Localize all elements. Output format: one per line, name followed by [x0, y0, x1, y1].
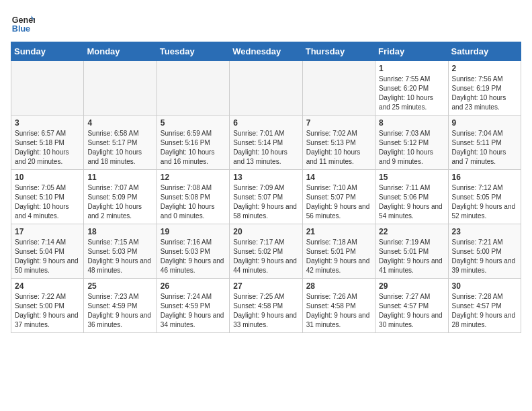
- calendar-day-cell: 23Sunrise: 7:21 AM Sunset: 5:00 PM Dayli…: [448, 224, 521, 279]
- day-info: Sunrise: 7:56 AM Sunset: 6:19 PM Dayligh…: [452, 75, 517, 112]
- day-number: 6: [233, 118, 298, 128]
- calendar-day-cell: 28Sunrise: 7:26 AM Sunset: 4:58 PM Dayli…: [302, 279, 375, 333]
- calendar-day-cell: 18Sunrise: 7:15 AM Sunset: 5:03 PM Dayli…: [84, 224, 157, 279]
- day-info: Sunrise: 7:02 AM Sunset: 5:13 PM Dayligh…: [306, 129, 371, 167]
- day-info: Sunrise: 6:57 AM Sunset: 5:18 PM Dayligh…: [15, 129, 80, 167]
- calendar-day-cell: 12Sunrise: 7:08 AM Sunset: 5:08 PM Dayli…: [157, 170, 229, 224]
- calendar-day-cell: 22Sunrise: 7:19 AM Sunset: 5:01 PM Dayli…: [375, 224, 448, 279]
- calendar-day-cell: 5Sunrise: 6:59 AM Sunset: 5:16 PM Daylig…: [157, 116, 229, 170]
- day-number: 21: [306, 227, 371, 236]
- day-number: 1: [379, 64, 444, 73]
- calendar-day-cell: [230, 61, 302, 116]
- day-number: 11: [87, 173, 152, 182]
- day-number: 22: [379, 227, 444, 236]
- logo-icon: General Blue: [11, 11, 35, 35]
- calendar-day-cell: 1Sunrise: 7:55 AM Sunset: 6:20 PM Daylig…: [375, 61, 448, 116]
- calendar-week-row: 24Sunrise: 7:22 AM Sunset: 5:00 PM Dayli…: [11, 279, 521, 333]
- day-info: Sunrise: 7:19 AM Sunset: 5:01 PM Dayligh…: [379, 238, 444, 275]
- day-info: Sunrise: 7:27 AM Sunset: 4:57 PM Dayligh…: [379, 292, 444, 330]
- day-number: 18: [87, 227, 152, 236]
- calendar-table: SundayMondayTuesdayWednesdayThursdayFrid…: [11, 42, 521, 333]
- weekday-header: Thursday: [302, 42, 375, 61]
- weekday-header: Sunday: [11, 42, 84, 61]
- svg-text:Blue: Blue: [12, 24, 30, 34]
- calendar-day-cell: 2Sunrise: 7:56 AM Sunset: 6:19 PM Daylig…: [448, 61, 521, 116]
- day-number: 19: [161, 227, 226, 236]
- calendar-week-row: 10Sunrise: 7:05 AM Sunset: 5:10 PM Dayli…: [11, 170, 521, 224]
- day-info: Sunrise: 7:25 AM Sunset: 4:58 PM Dayligh…: [233, 292, 298, 330]
- day-info: Sunrise: 7:17 AM Sunset: 5:02 PM Dayligh…: [233, 238, 298, 275]
- calendar-week-row: 3Sunrise: 6:57 AM Sunset: 5:18 PM Daylig…: [11, 116, 521, 170]
- day-number: 12: [161, 173, 226, 182]
- weekday-header: Friday: [375, 42, 448, 61]
- day-info: Sunrise: 7:23 AM Sunset: 4:59 PM Dayligh…: [87, 292, 152, 330]
- day-info: Sunrise: 6:58 AM Sunset: 5:17 PM Dayligh…: [87, 129, 152, 167]
- day-number: 4: [87, 118, 152, 128]
- calendar-day-cell: 19Sunrise: 7:16 AM Sunset: 5:03 PM Dayli…: [157, 224, 229, 279]
- calendar-day-cell: [302, 61, 375, 116]
- calendar-day-cell: 30Sunrise: 7:28 AM Sunset: 4:57 PM Dayli…: [448, 279, 521, 333]
- day-info: Sunrise: 7:07 AM Sunset: 5:09 PM Dayligh…: [87, 183, 152, 221]
- day-number: 26: [161, 281, 226, 291]
- calendar-day-cell: 14Sunrise: 7:10 AM Sunset: 5:07 PM Dayli…: [302, 170, 375, 224]
- calendar-day-cell: 10Sunrise: 7:05 AM Sunset: 5:10 PM Dayli…: [11, 170, 84, 224]
- calendar-day-cell: 4Sunrise: 6:58 AM Sunset: 5:17 PM Daylig…: [84, 116, 157, 170]
- page-header: General Blue: [11, 11, 521, 35]
- day-info: Sunrise: 7:01 AM Sunset: 5:14 PM Dayligh…: [233, 129, 298, 167]
- day-info: Sunrise: 7:08 AM Sunset: 5:08 PM Dayligh…: [161, 183, 226, 221]
- day-number: 28: [306, 281, 371, 291]
- calendar-day-cell: 27Sunrise: 7:25 AM Sunset: 4:58 PM Dayli…: [230, 279, 302, 333]
- day-info: Sunrise: 7:10 AM Sunset: 5:07 PM Dayligh…: [306, 183, 371, 221]
- day-number: 5: [161, 118, 226, 128]
- calendar-header-row: SundayMondayTuesdayWednesdayThursdayFrid…: [11, 42, 521, 61]
- weekday-header: Tuesday: [157, 42, 229, 61]
- calendar-day-cell: [157, 61, 229, 116]
- calendar-day-cell: 6Sunrise: 7:01 AM Sunset: 5:14 PM Daylig…: [230, 116, 302, 170]
- day-number: 25: [87, 281, 152, 291]
- calendar-day-cell: 29Sunrise: 7:27 AM Sunset: 4:57 PM Dayli…: [375, 279, 448, 333]
- calendar-day-cell: 16Sunrise: 7:12 AM Sunset: 5:05 PM Dayli…: [448, 170, 521, 224]
- day-number: 10: [15, 173, 80, 182]
- day-info: Sunrise: 7:04 AM Sunset: 5:11 PM Dayligh…: [452, 129, 517, 167]
- calendar-day-cell: 26Sunrise: 7:24 AM Sunset: 4:59 PM Dayli…: [157, 279, 229, 333]
- calendar-week-row: 1Sunrise: 7:55 AM Sunset: 6:20 PM Daylig…: [11, 61, 521, 116]
- day-info: Sunrise: 7:09 AM Sunset: 5:07 PM Dayligh…: [233, 183, 298, 221]
- calendar-day-cell: 15Sunrise: 7:11 AM Sunset: 5:06 PM Dayli…: [375, 170, 448, 224]
- day-number: 15: [379, 173, 444, 182]
- calendar-day-cell: 17Sunrise: 7:14 AM Sunset: 5:04 PM Dayli…: [11, 224, 84, 279]
- day-info: Sunrise: 7:18 AM Sunset: 5:01 PM Dayligh…: [306, 238, 371, 275]
- weekday-header: Wednesday: [230, 42, 302, 61]
- day-info: Sunrise: 7:24 AM Sunset: 4:59 PM Dayligh…: [161, 292, 226, 330]
- calendar-day-cell: 20Sunrise: 7:17 AM Sunset: 5:02 PM Dayli…: [230, 224, 302, 279]
- day-info: Sunrise: 7:16 AM Sunset: 5:03 PM Dayligh…: [161, 238, 226, 275]
- calendar-day-cell: 7Sunrise: 7:02 AM Sunset: 5:13 PM Daylig…: [302, 116, 375, 170]
- day-number: 13: [233, 173, 298, 182]
- day-number: 27: [233, 281, 298, 291]
- day-info: Sunrise: 7:22 AM Sunset: 5:00 PM Dayligh…: [15, 292, 80, 330]
- calendar-day-cell: 11Sunrise: 7:07 AM Sunset: 5:09 PM Dayli…: [84, 170, 157, 224]
- day-number: 14: [306, 173, 371, 182]
- calendar-day-cell: [11, 61, 84, 116]
- calendar-day-cell: 24Sunrise: 7:22 AM Sunset: 5:00 PM Dayli…: [11, 279, 84, 333]
- day-number: 20: [233, 227, 298, 236]
- day-info: Sunrise: 7:11 AM Sunset: 5:06 PM Dayligh…: [379, 183, 444, 221]
- day-info: Sunrise: 7:28 AM Sunset: 4:57 PM Dayligh…: [452, 292, 517, 330]
- day-number: 8: [379, 118, 444, 128]
- day-number: 7: [306, 118, 371, 128]
- calendar-day-cell: 8Sunrise: 7:03 AM Sunset: 5:12 PM Daylig…: [375, 116, 448, 170]
- calendar-body: 1Sunrise: 7:55 AM Sunset: 6:20 PM Daylig…: [11, 61, 521, 333]
- day-info: Sunrise: 7:12 AM Sunset: 5:05 PM Dayligh…: [452, 183, 517, 221]
- day-info: Sunrise: 7:55 AM Sunset: 6:20 PM Dayligh…: [379, 75, 444, 112]
- weekday-header: Saturday: [448, 42, 521, 61]
- day-number: 24: [15, 281, 80, 291]
- calendar-day-cell: 25Sunrise: 7:23 AM Sunset: 4:59 PM Dayli…: [84, 279, 157, 333]
- calendar-day-cell: 13Sunrise: 7:09 AM Sunset: 5:07 PM Dayli…: [230, 170, 302, 224]
- day-number: 3: [15, 118, 80, 128]
- calendar-day-cell: 21Sunrise: 7:18 AM Sunset: 5:01 PM Dayli…: [302, 224, 375, 279]
- day-info: Sunrise: 7:21 AM Sunset: 5:00 PM Dayligh…: [452, 238, 517, 275]
- day-number: 16: [452, 173, 517, 182]
- calendar-week-row: 17Sunrise: 7:14 AM Sunset: 5:04 PM Dayli…: [11, 224, 521, 279]
- day-number: 29: [379, 281, 444, 291]
- day-info: Sunrise: 6:59 AM Sunset: 5:16 PM Dayligh…: [161, 129, 226, 167]
- day-number: 17: [15, 227, 80, 236]
